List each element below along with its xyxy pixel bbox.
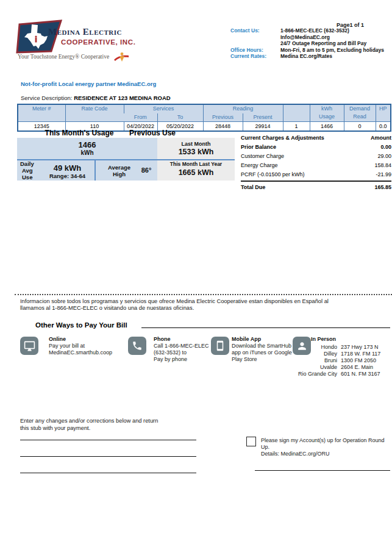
usage-vertical-divider <box>94 160 96 181</box>
this-month-usage-title: This Month's Usage <box>24 129 134 137</box>
col-header-meter: Meter # <box>18 104 65 122</box>
cell-multiplier: 1 <box>283 122 310 132</box>
usage-summary-panel: 1466 kWh Last Month 1533 kWh Daily Avg U… <box>17 138 235 181</box>
cell-hp: 0.0 <box>376 122 391 132</box>
last-month-value: 1533 kWh <box>157 148 235 156</box>
location-address: 237 Hwy 173 N <box>341 344 380 351</box>
location-town: Bruni <box>277 357 337 364</box>
location-address: 601 N. FM 3167 <box>341 371 380 377</box>
mobile-method-icon-box <box>211 337 229 355</box>
service-description: Service Description: RESIDENCE AT 123 ME… <box>21 95 171 101</box>
operation-round-up-checkbox[interactable] <box>246 437 256 446</box>
correction-line-3[interactable] <box>20 473 196 473</box>
daily-range: Range: 34-64 <box>41 173 93 179</box>
location-town: Uvalde <box>277 364 337 371</box>
correction-line-2[interactable] <box>20 456 196 457</box>
daily-avg-value: 49 kWh <box>41 163 93 173</box>
col-header-previous: Previous <box>203 113 243 122</box>
average-high-label-2: High <box>102 171 136 177</box>
perforation-line <box>15 294 392 295</box>
operation-round-up-text: Please sign my Account(s) up for Operati… <box>261 437 392 457</box>
online-title: Online <box>49 336 112 343</box>
total-due-amount: 165.85 <box>374 184 391 190</box>
current-usage-value: 1466 <box>17 140 157 149</box>
company-subname: COOPERATIVE, INC. <box>61 38 135 46</box>
col-header-hp: HP <box>376 104 391 122</box>
col-header-reading: Reading <box>203 104 283 113</box>
last-year-value: 1665 kWh <box>157 168 235 177</box>
contact-us-label: Contact Us: <box>230 27 278 47</box>
location-town: Rio Grande City <box>277 371 337 377</box>
total-due-label: Total Due <box>241 184 265 190</box>
col-header-demand-read: Demand Read <box>344 104 376 122</box>
usage-horizontal-divider <box>17 159 235 160</box>
medina-electric-logo <box>16 20 63 55</box>
charge-row-energy-charge: Energy Charge 158.84 <box>241 161 391 170</box>
charge-row-prior-balance: Prior Balance 0.00 <box>241 142 391 151</box>
company-name: Medina Electric <box>48 27 122 37</box>
cell-reading-present: 29914 <box>243 122 283 132</box>
meter-reading-table: Meter # Rate Code Services Reading kWh U… <box>17 104 391 132</box>
col-header-to: To <box>157 113 203 122</box>
total-due-row: Total Due 165.85 <box>241 182 391 192</box>
phone-icon <box>132 340 143 351</box>
average-high-label-1: Average <box>102 164 136 171</box>
col-header-from: From <box>124 113 157 122</box>
daily-label-2: Avg <box>22 167 33 174</box>
online-method-icon-box <box>20 337 38 355</box>
mobile-title: Mobile App <box>232 336 292 343</box>
charge-row-customer-charge: Customer Charge 29.00 <box>241 151 391 160</box>
phone-method-icon-box <box>128 337 146 355</box>
in-person-title: In Person <box>311 336 336 343</box>
col-header-multiplier <box>283 104 310 122</box>
texas-flag-icon <box>16 20 63 55</box>
contact-us-values: 1-866-MEC-ELEC (632-3532) Info@MedinaEC.… <box>280 27 390 47</box>
charges-header-label: Current Charges & Adjustments <box>241 135 324 141</box>
online-method: Online Pay your bill at MedinaEC.smarthu… <box>49 336 112 356</box>
last-month-label: Last Month <box>157 141 235 147</box>
not-for-profit-notice: Not-for-profit Local energy partner Medi… <box>21 80 156 87</box>
average-high-value: 86° <box>137 166 156 174</box>
phone-title: Phone <box>154 336 209 343</box>
previous-use-title: Previous Use <box>119 129 186 137</box>
stub-instructions: Enter any changes and/or corrections bel… <box>20 417 221 432</box>
location-town: Hondo <box>277 344 337 351</box>
electric-bill-page: Medina Electric COOPERATIVE, INC. Your T… <box>0 0 392 558</box>
last-year-label: This Month Last Year <box>157 161 235 167</box>
current-usage-unit: kWh <box>17 149 157 156</box>
location-town: Dilley <box>277 351 337 357</box>
location-address: 1300 FM 2050 <box>341 357 380 364</box>
service-description-value: RESIDENCE AT 123 MEDINA ROAD <box>74 95 171 101</box>
charge-row-pcrf: PCRF (-0.01500 per kWh) -21.99 <box>241 170 391 179</box>
office-hours-value: Mon-Fri, 8 am to 5 pm, Excluding holiday… <box>280 47 390 54</box>
stub-bottom-line[interactable] <box>255 470 390 471</box>
daily-label-3: Use <box>22 174 32 181</box>
contact-outage: 24/7 Outage Reporting and Bill Pay <box>280 40 390 47</box>
current-rates-value: Medina EC.org/Rates <box>280 53 390 60</box>
other-ways-rule <box>141 327 390 328</box>
charges-header-amount: Amount <box>371 135 391 141</box>
cell-reading-previous: 28448 <box>203 122 243 132</box>
smartphone-icon <box>215 340 226 351</box>
col-header-present: Present <box>243 113 283 122</box>
cell-demand-read: 0 <box>344 122 376 132</box>
charges-header-row: Current Charges & Adjustments Amount <box>241 133 391 142</box>
phone-method: Phone Call 1-866-MEC-ELEC (632-3532) to … <box>154 336 209 363</box>
touchstone-tagline: Your Touchstone Energy® Cooperative <box>18 54 109 60</box>
cell-kwh-usage: 1466 <box>310 122 344 132</box>
col-header-kwh-usage: kWh Usage <box>310 104 344 122</box>
contact-block: Contact Us: 1-866-MEC-ELEC (632-3532) In… <box>230 27 390 60</box>
touchstone-energy-icon <box>113 52 129 65</box>
current-rates-label: Current Rates: <box>230 53 278 60</box>
contact-email: Info@MedinaEC.org <box>280 34 390 41</box>
col-header-rate-code: Rate Code <box>65 104 124 122</box>
office-hours-label: Office Hours: <box>230 47 278 54</box>
correction-line-1[interactable] <box>20 440 196 440</box>
other-ways-title: Other Ways to Pay Your Bill <box>35 321 127 329</box>
monitor-icon <box>24 340 35 352</box>
contact-phone: 1-866-MEC-ELEC (632-3532) <box>280 27 390 34</box>
location-address: 2604 E. Main <box>341 364 380 371</box>
daily-label-1: Daily <box>20 160 34 167</box>
charges-panel: Current Charges & Adjustments Amount Pri… <box>241 133 391 192</box>
spanish-notice: Informacion sobre todos los programas y … <box>20 298 383 312</box>
